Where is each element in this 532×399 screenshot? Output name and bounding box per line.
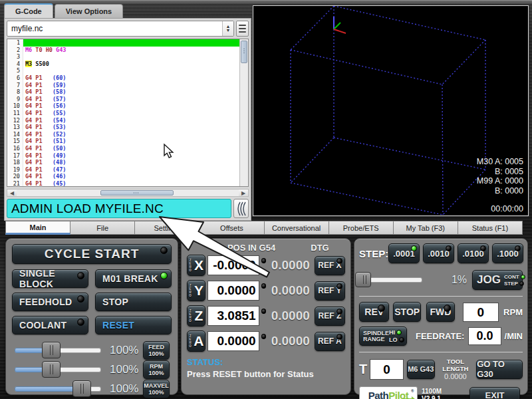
gcode-line[interactable]: 3 — [7, 53, 239, 61]
rpm-slider-handle[interactable] — [42, 361, 61, 378]
gcode-line[interactable]: 11G4 P1 (55) — [7, 110, 239, 117]
gcode-line[interactable]: 14G4 P1 (52) — [7, 131, 239, 138]
rpm-100-button[interactable]: RPM100% — [143, 360, 170, 379]
line-number: 2 — [7, 47, 23, 54]
jog-speed-slider[interactable] — [360, 277, 422, 283]
horizontal-scroll-thumb[interactable] — [100, 190, 174, 196]
coolant-button[interactable]: COOLANT — [12, 316, 88, 334]
stop-label: STOP — [102, 297, 128, 307]
jog-mode-button[interactable]: JOG CONTSTEP — [472, 270, 523, 290]
gcode-horizontal-scrollbar[interactable]: ◀ ▶ — [7, 189, 249, 197]
axis-row-z: ZEROZ3.08510.0000REF Z — [187, 305, 345, 327]
tab-settings[interactable]: Settings — [135, 221, 200, 235]
dro-z-input[interactable]: 3.0851 — [207, 306, 259, 326]
tab-status-f1[interactable]: Status (F1) — [458, 221, 523, 235]
gcode-line[interactable]: 6G4 P1 (60) — [7, 74, 239, 82]
tab-probe-ets[interactable]: Probe/ETS — [329, 221, 394, 235]
ref-y-button[interactable]: REF Y — [315, 281, 345, 301]
dro-a-input[interactable]: 0.0000 — [207, 331, 259, 351]
maxvel-slider[interactable] — [15, 386, 101, 392]
tab-conversational[interactable]: Conversational — [265, 221, 329, 235]
gcode-line[interactable]: 7G4 P1 (59) — [7, 82, 239, 89]
tab-main[interactable]: Main — [5, 221, 70, 235]
dro-x-input[interactable]: -0.0000 — [207, 255, 259, 275]
dro-y-input[interactable]: 0.0000 — [207, 281, 259, 301]
gcode-line[interactable]: 17G4 P1 (49) — [7, 152, 239, 160]
gcode-line[interactable]: 20G4 P1 (46) — [7, 173, 239, 180]
gcode-line[interactable]: 19G4 P1 (47) — [7, 166, 239, 174]
spindle-rev-button[interactable]: REV — [359, 302, 389, 322]
m01-break-button[interactable]: M01 BREAK — [95, 269, 172, 288]
spindle-stop-button[interactable]: STOP — [393, 302, 421, 322]
gcode-line[interactable]: 10G4 P1 (56) — [7, 102, 239, 110]
feed-slider[interactable] — [15, 348, 101, 353]
gcode-text: G4 P1 (46) — [23, 173, 239, 180]
gcode-line[interactable]: 18G4 P1 (48) — [7, 159, 239, 166]
tool-length-value: 0.0000 — [438, 372, 474, 380]
feedhold-button[interactable]: FEEDHOLD — [12, 293, 88, 311]
cycle-start-button[interactable]: CYCLE START — [12, 244, 172, 264]
zero-a-button[interactable]: ZEROA — [187, 331, 205, 352]
scroll-right-arrow-icon[interactable]: ▶ — [239, 190, 248, 196]
tab-file[interactable]: File — [70, 221, 135, 235]
ref-a-button[interactable]: REF A — [315, 332, 345, 351]
feed-slider-handle[interactable] — [42, 342, 61, 358]
gcode-line[interactable]: 4M3 S500 — [7, 61, 239, 68]
toolpath-preview[interactable]: M30 A: 0005B: 0005M99 A: 0000B: 0000 00:… — [253, 5, 529, 216]
status-text: Press RESET button for Status — [187, 369, 345, 379]
feed-100-button[interactable]: FEED100% — [143, 341, 170, 360]
zero-y-button[interactable]: ZEROY — [187, 280, 205, 301]
gcode-line[interactable]: 15G4 P1 (51) — [7, 138, 239, 145]
gcode-line[interactable]: 16G4 P1 (50) — [7, 145, 239, 152]
jog-slider-handle[interactable] — [355, 272, 371, 287]
combobox-spinner-icon[interactable]: ▲▼ — [222, 21, 233, 36]
zero-z-button[interactable]: ZEROZ — [187, 305, 205, 327]
gcode-pane-tab-g-code[interactable]: G-Code — [4, 3, 53, 18]
gcode-line[interactable]: 9G4 P1 (57) — [7, 96, 239, 103]
gcode-line[interactable]: 2M6 T0 H0 G43 — [7, 47, 239, 54]
exit-button[interactable]: EXIT — [469, 387, 520, 399]
gcode-vertical-scrollbar[interactable] — [239, 39, 248, 186]
tab-offsets[interactable]: Offsets — [200, 221, 264, 235]
line-number: 21 — [7, 180, 23, 186]
single-block-button[interactable]: SINGLE BLOCK — [12, 269, 88, 288]
gcode-line[interactable]: 13G4 P1 (53) — [7, 124, 239, 131]
tool-number-input[interactable]: 0 — [370, 359, 404, 380]
ref-z-button[interactable]: REF Z — [315, 307, 345, 326]
rpm-input[interactable]: 0 — [463, 303, 499, 322]
vertical-scroll-thumb[interactable] — [241, 41, 247, 63]
dro-panel: POS IN G54 DTG ZEROX-0.00000.0000REF XZE… — [181, 238, 351, 395]
gcode-line[interactable]: 1 — [7, 39, 239, 47]
scroll-left-arrow-icon[interactable]: ◀ — [7, 190, 17, 196]
feedrate-input[interactable]: 0.0 — [468, 327, 501, 345]
loaded-file-combobox[interactable]: myfile.nc ▲▼ — [7, 21, 234, 37]
main-tab-strip: MainFileSettingsOffsetsConversationalPro… — [5, 221, 523, 235]
reset-button[interactable]: RESET — [95, 316, 172, 334]
step-0100-button[interactable]: .0100 — [458, 243, 489, 263]
zero-x-button[interactable]: ZEROX — [187, 255, 205, 276]
recent-files-menu-button[interactable] — [236, 21, 249, 37]
dtg-z-value: 0.0000 — [268, 309, 310, 323]
gcode-pane-tab-view-options[interactable]: View Options — [55, 4, 123, 18]
ref-x-button[interactable]: REF X — [315, 256, 345, 275]
spindle-rev-led — [378, 305, 385, 312]
gcode-listing[interactable]: 12M6 T0 H0 G4334M3 S50056G4 P1 (60)7G4 P… — [7, 39, 249, 187]
step-1000-button[interactable]: .1000 — [492, 243, 523, 263]
maxvel-100-button[interactable]: MAXVEL100% — [143, 380, 170, 398]
go-to-g30-button[interactable]: GO TO G30 — [476, 360, 523, 379]
rpm-slider[interactable] — [15, 367, 101, 372]
expand-view-button[interactable] — [233, 199, 249, 218]
spindle-fwd-button[interactable]: FWD — [426, 302, 455, 322]
tab-my-tab-f3[interactable]: My Tab (F3) — [394, 221, 458, 235]
gcode-line[interactable]: 12G4 P1 (54) — [7, 117, 239, 124]
gcode-text: M3 S500 — [23, 61, 239, 68]
maxvel-slider-handle[interactable] — [72, 380, 91, 397]
gcode-line[interactable]: 8G4 P1 (58) — [7, 88, 239, 96]
m6-g43-button[interactable]: M6 G43 — [407, 360, 435, 379]
gcode-line[interactable]: 21G4 P1 (45) — [7, 180, 239, 186]
gcode-line[interactable]: 5 — [7, 67, 239, 74]
spindle-range-button[interactable]: SPINDLE RANGE HILO — [359, 327, 407, 346]
stop-button[interactable]: STOP — [95, 293, 172, 311]
step-0001-button[interactable]: .0001 — [388, 243, 420, 263]
step-0010-button[interactable]: .0010 — [423, 243, 454, 263]
